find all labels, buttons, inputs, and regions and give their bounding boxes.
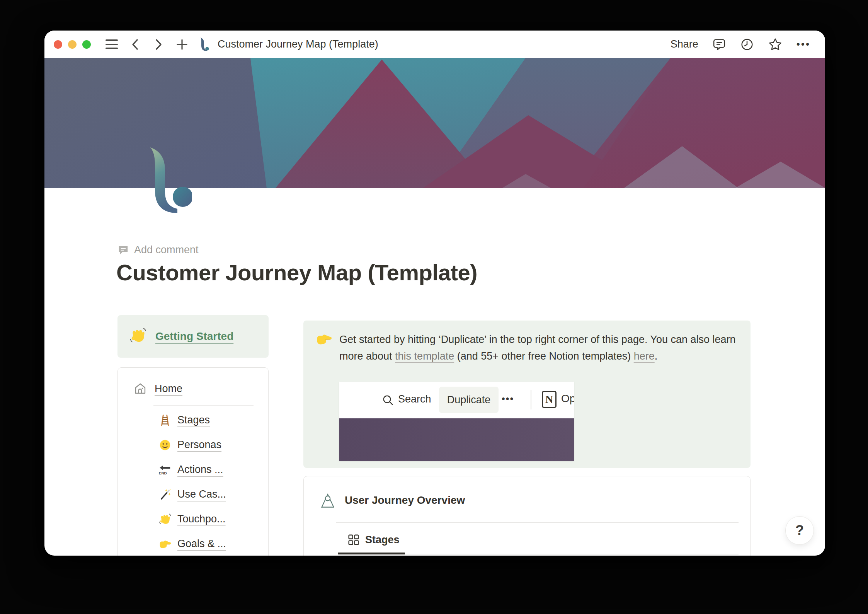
persona-icon [319, 492, 336, 509]
add-comment-label: Add comment [134, 244, 199, 256]
personas-link-label: Personas [177, 439, 221, 451]
end-arrow-emoji: END [158, 463, 172, 476]
l-dot-logo-large-icon [149, 147, 192, 215]
tab-stages-label: Stages [365, 534, 400, 546]
this-template-link[interactable]: this template [395, 350, 454, 362]
use-cases-link-label: Use Cas... [177, 488, 226, 500]
duplicate-instruction-screenshot: Search Duplicate ••• N Op [339, 382, 574, 461]
get-started-callout: Get started by hitting ‘Duplicate’ in th… [303, 321, 751, 468]
touchpoints-link-label: Touchpo... [177, 513, 226, 525]
plus-icon [176, 38, 188, 51]
mini-cover-purple [339, 418, 574, 461]
add-comment-button[interactable]: Add comment [117, 244, 199, 256]
page-links-card: Home Stages [117, 367, 269, 556]
mini-search-label: Search [398, 393, 431, 405]
page-icon[interactable] [149, 147, 192, 216]
point-right-emoji [315, 331, 332, 349]
overview-header[interactable]: User Journey Overview [319, 492, 465, 509]
forward-button[interactable] [153, 38, 164, 51]
titlebar: Customer Journey Map (Template) Share ••… [44, 31, 825, 58]
actions-link-label: Actions ... [177, 464, 223, 476]
titlebar-actions: Share ••• [671, 37, 810, 52]
magic-wand-emoji [158, 488, 172, 501]
close-window-button[interactable] [54, 40, 62, 49]
goals-link-label: Goals & ... [177, 538, 226, 550]
comment-bubble-icon [117, 244, 129, 256]
l-dot-logo-icon [200, 37, 209, 52]
tab-track-line [405, 554, 739, 554]
page-favicon [200, 37, 209, 52]
chevron-left-icon [129, 38, 141, 51]
share-button[interactable]: Share [671, 38, 698, 50]
comments-icon[interactable] [712, 38, 726, 51]
home-link-label: Home [155, 383, 182, 395]
mini-duplicate-button: Duplicate [439, 387, 499, 413]
grid-icon [347, 534, 360, 546]
sidebar-item-goals[interactable]: Goals & ... [118, 532, 268, 556]
sidebar-item-stages[interactable]: Stages [118, 408, 268, 433]
new-tab-button[interactable] [176, 38, 188, 51]
callout-text: Get started by hitting ‘Duplicate’ in th… [339, 331, 755, 365]
wave-emoji [129, 327, 147, 346]
sidebar-item-actions[interactable]: END Actions ... [118, 457, 268, 482]
page-title: Customer Journey Map (Template) [116, 259, 477, 285]
more-options-icon[interactable]: ••• [797, 38, 810, 50]
favorite-star-icon[interactable] [768, 37, 783, 52]
house-icon [133, 382, 147, 396]
tab-stages[interactable]: Stages [347, 534, 400, 546]
ladder-emoji [158, 414, 172, 427]
smiley-emoji [158, 438, 172, 452]
back-button[interactable] [129, 38, 141, 51]
point-right-emoji [158, 537, 172, 551]
titlebar-page-title: Customer Journey Map (Template) [218, 38, 378, 50]
divider [153, 405, 254, 406]
sidebar-item-touchpoints[interactable]: Touchpo... [118, 507, 268, 532]
stages-link-label: Stages [177, 414, 210, 426]
history-clock-icon[interactable] [740, 38, 754, 51]
notion-logo-icon: N [542, 391, 557, 408]
mini-open-label: Op [561, 392, 574, 405]
zoom-window-button[interactable] [82, 40, 91, 49]
active-tab-indicator [338, 553, 405, 554]
search-icon [382, 394, 394, 406]
sidebar-toggle-menu-icon[interactable] [106, 39, 118, 49]
window-controls [54, 40, 91, 49]
overview-title: User Journey Overview [345, 494, 465, 507]
divider [531, 390, 531, 409]
getting-started-link[interactable]: Getting Started [155, 330, 233, 343]
wave-emoji [158, 513, 172, 526]
user-journey-overview-card: User Journey Overview Stages [303, 476, 751, 556]
callout-text-segment: (and 55+ other free Notion templates) [454, 350, 634, 362]
svg-text:END: END [159, 471, 167, 475]
sidebar-item-personas[interactable]: Personas [118, 433, 268, 457]
screenshot-stage: Customer Journey Map (Template) Share ••… [0, 0, 868, 614]
notion-window: Customer Journey Map (Template) Share ••… [44, 31, 825, 556]
getting-started-callout[interactable]: Getting Started [117, 315, 269, 358]
here-link[interactable]: here [634, 350, 655, 362]
callout-text-segment: . [655, 350, 658, 362]
divider [336, 522, 739, 523]
minimize-window-button[interactable] [68, 40, 77, 49]
mini-more-icon: ••• [502, 393, 514, 404]
mini-toolbar: Search Duplicate ••• N Op [339, 382, 574, 418]
help-button[interactable]: ? [785, 516, 814, 545]
sidebar-item-use-cases[interactable]: Use Cas... [118, 482, 268, 507]
sidebar-item-home[interactable]: Home [133, 382, 268, 396]
chevron-right-icon [153, 38, 164, 51]
